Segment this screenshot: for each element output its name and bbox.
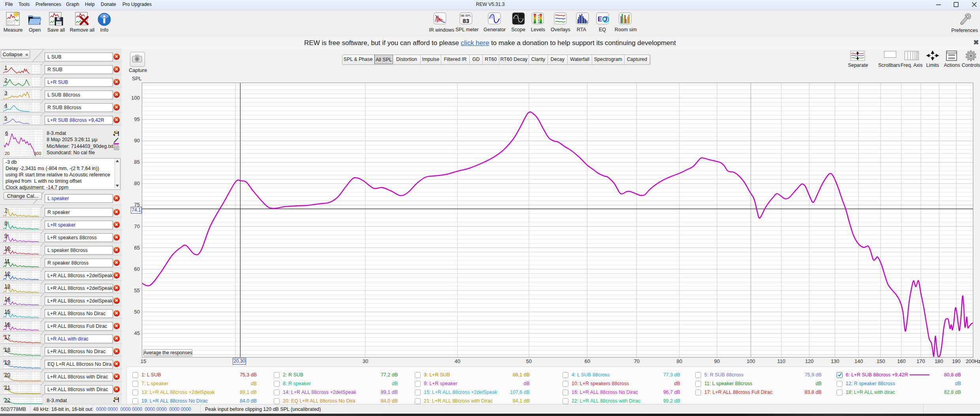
svg-text:dB SPL: dB SPL: [461, 14, 472, 17]
svg-text:83: 83: [463, 17, 469, 24]
